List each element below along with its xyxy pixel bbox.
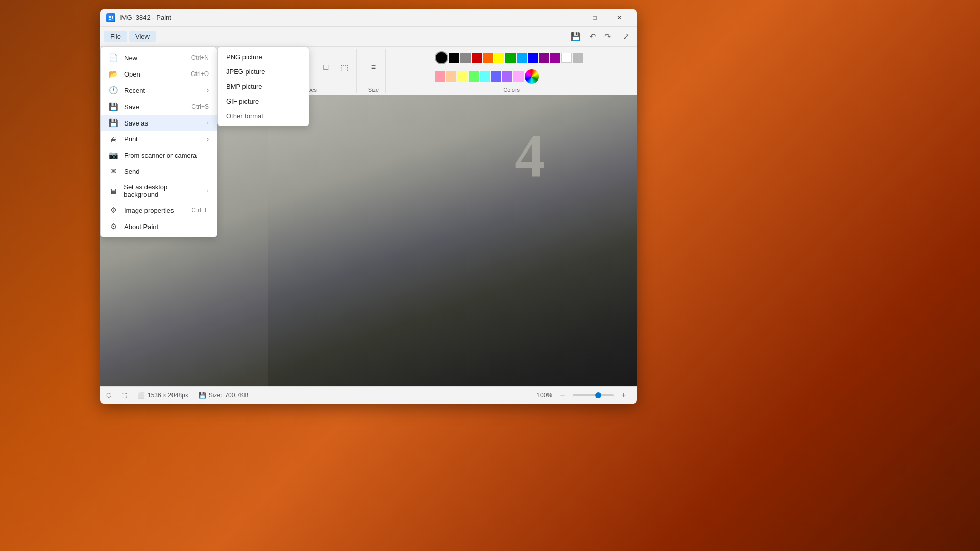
color-blue[interactable]	[528, 53, 538, 63]
save-as-chevron: ›	[207, 119, 209, 127]
print-chevron: ›	[207, 136, 209, 143]
cursor-icon: ⬡	[106, 392, 111, 399]
color-swatches	[435, 49, 588, 86]
about-icon: ⚙	[109, 222, 118, 231]
submenu-other[interactable]: Other format	[218, 109, 309, 123]
zoom-out-button[interactable]: −	[555, 388, 570, 403]
colors-label: Colors	[503, 87, 520, 93]
submenu-bmp[interactable]: BMP picture	[218, 79, 309, 94]
dimensions-status: ⬜ 1536 × 2048px	[137, 392, 188, 399]
minimize-button[interactable]: —	[558, 10, 582, 26]
image-dimensions: 1536 × 2048px	[148, 392, 188, 399]
size-value: 700.7KB	[225, 392, 248, 399]
photo-number: 4	[514, 121, 545, 191]
color-purple[interactable]	[539, 53, 549, 63]
size-section: ≡ Size	[361, 49, 386, 93]
png-label: PNG picture	[226, 53, 262, 61]
color-gray[interactable]	[460, 53, 471, 63]
colors-section: Colors	[390, 49, 633, 93]
color-light-green[interactable]	[469, 71, 479, 82]
recent-chevron: ›	[207, 87, 209, 94]
selection-status: ⬚	[121, 392, 127, 399]
menu-save-shortcut: Ctrl+S	[191, 103, 209, 110]
svg-rect-3	[109, 19, 111, 20]
menu-open[interactable]: 📂 Open Ctrl+O	[101, 66, 217, 82]
menu-print-label: Print	[124, 135, 138, 143]
submenu-jpeg[interactable]: JPEG picture	[218, 64, 309, 79]
menu-desktop-label: Set as desktop background	[124, 183, 201, 198]
color-white[interactable]	[561, 53, 572, 63]
redo-button[interactable]: ↷	[600, 30, 615, 44]
color-lavender[interactable]	[502, 71, 512, 82]
color-pink[interactable]	[435, 71, 445, 82]
menu-save-as-label: Save as	[124, 119, 148, 127]
app-icon	[106, 13, 115, 22]
menu-new[interactable]: 📄 New Ctrl+N	[101, 49, 217, 66]
menu-send-label: Send	[124, 168, 139, 176]
color-light-gray[interactable]	[573, 53, 583, 63]
menu-properties-shortcut: Ctrl+E	[191, 207, 209, 214]
size-picker[interactable]: ≡	[365, 60, 381, 74]
quick-save-icon[interactable]: 💾	[569, 30, 583, 44]
color-light-yellow[interactable]	[457, 71, 468, 82]
share-button[interactable]: ⤢	[619, 30, 633, 44]
menu-bar: File View 💾 ↶ ↷ ⤢	[100, 27, 637, 47]
color-orange[interactable]	[483, 53, 493, 63]
color-magenta[interactable]	[513, 71, 524, 82]
color-black[interactable]	[449, 53, 459, 63]
menu-open-label: Open	[124, 70, 140, 78]
menu-send[interactable]: ✉ Send	[101, 163, 217, 180]
menu-recent[interactable]: 🕐 Recent ›	[101, 82, 217, 98]
zoom-value: 100%	[536, 392, 552, 399]
color-red[interactable]	[472, 53, 482, 63]
file-dropdown-menu: 📄 New Ctrl+N 📂 Open Ctrl+O 🕐 Recent › 💾 …	[100, 47, 217, 237]
zoom-in-button[interactable]: +	[617, 388, 631, 403]
maximize-button[interactable]: □	[583, 10, 606, 26]
save-as-icon: 💾	[109, 118, 118, 128]
menu-save[interactable]: 💾 Save Ctrl+S	[101, 98, 217, 115]
submenu-gif[interactable]: GIF picture	[218, 94, 309, 109]
save-as-submenu: PNG picture JPEG picture BMP picture GIF…	[217, 47, 309, 126]
menu-about[interactable]: ⚙ About Paint	[101, 218, 217, 235]
select-shape[interactable]: ⬚	[336, 60, 352, 74]
undo-button[interactable]: ↶	[585, 30, 599, 44]
size-label: Size:	[209, 392, 223, 399]
submenu-png[interactable]: PNG picture	[218, 49, 309, 64]
properties-icon: ⚙	[109, 206, 118, 215]
menu-recent-label: Recent	[124, 87, 145, 94]
open-icon: 📂	[109, 69, 118, 79]
menu-scanner-label: From scanner or camera	[124, 152, 197, 159]
svg-rect-1	[109, 16, 111, 18]
rect-shape[interactable]: □	[317, 60, 334, 74]
color-violet[interactable]	[550, 53, 560, 63]
menu-about-label: About Paint	[124, 223, 158, 231]
menu-scanner[interactable]: 📷 From scanner or camera	[101, 147, 217, 163]
recent-icon: 🕐	[109, 86, 118, 95]
active-color-swatch[interactable]	[435, 51, 448, 64]
desktop-icon: 🖥	[109, 187, 117, 195]
color-green[interactable]	[505, 53, 516, 63]
file-menu-item[interactable]: File	[104, 31, 127, 42]
color-light-cyan[interactable]	[480, 71, 490, 82]
close-button[interactable]: ✕	[607, 10, 631, 26]
menu-image-properties[interactable]: ⚙ Image properties Ctrl+E	[101, 202, 217, 218]
color-cyan[interactable]	[517, 53, 527, 63]
menu-new-label: New	[124, 54, 137, 62]
menu-save-as[interactable]: 💾 Save as ›	[101, 115, 217, 131]
dimensions-icon: ⬜	[137, 392, 145, 399]
color-yellow[interactable]	[494, 53, 504, 63]
status-bar: ⬡ ⬚ ⬜ 1536 × 2048px 💾 Size: 700.7KB 100%…	[100, 386, 637, 404]
zoom-slider[interactable]	[573, 394, 614, 396]
save-icon: 💾	[109, 102, 118, 111]
size-icons: ≡	[365, 49, 381, 86]
menu-print[interactable]: 🖨 Print ›	[101, 131, 217, 147]
menu-desktop-bg[interactable]: 🖥 Set as desktop background ›	[101, 180, 217, 202]
color-light-blue[interactable]	[491, 71, 501, 82]
zoom-control: 100% − +	[536, 388, 631, 403]
color-peach[interactable]	[446, 71, 456, 82]
view-menu-item[interactable]: View	[129, 31, 156, 42]
color-wheel[interactable]	[525, 69, 539, 84]
menu-new-shortcut: Ctrl+N	[191, 54, 209, 61]
desktop-chevron: ›	[207, 187, 209, 194]
window-title: IMG_3842 - Paint	[119, 14, 558, 21]
